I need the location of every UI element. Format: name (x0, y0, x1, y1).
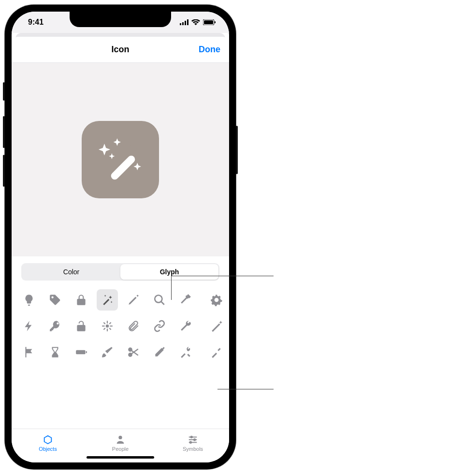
scissors-icon (127, 346, 140, 358)
glyph-screwdriver[interactable] (201, 342, 222, 363)
glyph-grid (12, 285, 229, 365)
svg-line-18 (109, 322, 111, 324)
wifi-icon (191, 19, 200, 25)
screen: 9:41 Icon Done (12, 12, 229, 462)
side-button-volume-down (3, 155, 5, 187)
magic-wand-icon (94, 133, 147, 186)
glyph-eyedropper[interactable] (149, 342, 170, 363)
tab-objects[interactable]: Objects (12, 429, 84, 457)
glyph-hourglass[interactable] (44, 342, 66, 363)
glyph-key[interactable] (44, 315, 66, 337)
glyph-tools[interactable] (175, 342, 196, 363)
glyph-wand-alt[interactable] (201, 315, 222, 337)
paperclip-icon (127, 320, 140, 332)
notch (70, 12, 171, 27)
flag-icon (23, 346, 35, 358)
battery-icon (75, 346, 87, 358)
segmented-control: Color Glyph (21, 263, 219, 281)
glyph-scissors[interactable] (123, 342, 144, 363)
svg-rect-1 (182, 22, 184, 25)
glyph-tag[interactable] (44, 289, 66, 311)
svg-rect-8 (126, 144, 138, 156)
svg-line-10 (161, 301, 164, 305)
tab-label: Symbols (183, 446, 203, 452)
svg-rect-5 (204, 20, 213, 24)
glyph-battery[interactable] (71, 342, 92, 363)
bolt-icon (23, 320, 35, 332)
glyph-brush[interactable] (97, 342, 118, 363)
svg-point-26 (118, 435, 122, 439)
callout-line (171, 276, 274, 276)
svg-point-23 (129, 353, 132, 357)
svg-rect-21 (86, 351, 87, 353)
gear-icon (205, 294, 218, 306)
side-button-silence (3, 82, 5, 101)
glyph-magic-wand[interactable] (97, 289, 118, 311)
glyph-sparkle-burst[interactable] (97, 315, 118, 337)
nav-bar: Icon Done (12, 37, 229, 63)
search-icon (153, 294, 166, 306)
wand-alt-icon (205, 320, 218, 332)
sliders-icon (187, 434, 199, 445)
segmented-control-wrap: Color Glyph (12, 256, 229, 285)
glyph-link[interactable] (149, 315, 170, 337)
glyph-hammer[interactable] (175, 289, 196, 311)
svg-rect-2 (185, 21, 186, 25)
key-icon (49, 320, 61, 332)
svg-rect-3 (187, 19, 188, 25)
sparkle-burst-icon (101, 320, 114, 332)
glyph-unlock[interactable] (71, 315, 92, 337)
tab-label: Objects (39, 446, 57, 452)
tools-icon (179, 346, 192, 358)
callout-line (217, 389, 274, 389)
page-title: Icon (111, 45, 129, 55)
svg-point-32 (190, 441, 192, 443)
svg-rect-7 (109, 154, 136, 181)
lock-icon (75, 294, 87, 306)
screwdriver-icon (205, 346, 218, 358)
tab-label: People (112, 446, 129, 452)
brush-icon (101, 346, 114, 358)
svg-point-30 (194, 439, 196, 441)
battery-icon (203, 19, 216, 25)
hammer-icon (179, 294, 192, 306)
glyph-gear[interactable] (201, 289, 222, 311)
glyph-search[interactable] (149, 289, 170, 311)
eyedropper-icon (153, 346, 166, 358)
svg-point-22 (129, 348, 132, 351)
segment-glyph[interactable]: Glyph (120, 264, 218, 280)
unlock-icon (75, 320, 87, 332)
svg-point-28 (190, 436, 192, 438)
svg-point-9 (155, 295, 162, 302)
cellular-icon (180, 19, 188, 25)
person-icon (114, 434, 127, 445)
side-button-volume-up (3, 116, 5, 148)
glyph-flag[interactable] (18, 342, 40, 363)
tab-people[interactable]: People (84, 429, 157, 457)
glyph-lightbulb[interactable] (18, 289, 40, 311)
glyph-bolt[interactable] (18, 315, 40, 337)
svg-point-19 (106, 325, 108, 327)
phone-frame: 9:41 Icon Done (5, 5, 236, 469)
segment-color[interactable]: Color (22, 264, 120, 280)
side-button-power (236, 126, 238, 174)
icon-preview (12, 63, 229, 256)
svg-rect-0 (180, 23, 181, 25)
status-indicators (180, 19, 216, 25)
status-time: 9:41 (28, 18, 43, 27)
sheet: Icon Done (12, 37, 229, 462)
glyph-lock[interactable] (71, 289, 92, 311)
magic-wand-icon (101, 294, 114, 306)
hourglass-icon (49, 346, 61, 358)
pencil-icon (127, 294, 140, 306)
tab-symbols[interactable]: Symbols (157, 429, 229, 457)
svg-line-17 (103, 328, 105, 329)
home-indicator[interactable] (87, 456, 154, 459)
link-icon (153, 320, 166, 332)
svg-rect-6 (215, 21, 216, 23)
glyph-wrench[interactable] (175, 315, 196, 337)
glyph-pencil[interactable] (123, 289, 144, 311)
svg-rect-20 (76, 350, 86, 355)
glyph-paperclip[interactable] (123, 315, 144, 337)
done-button[interactable]: Done (199, 45, 220, 55)
